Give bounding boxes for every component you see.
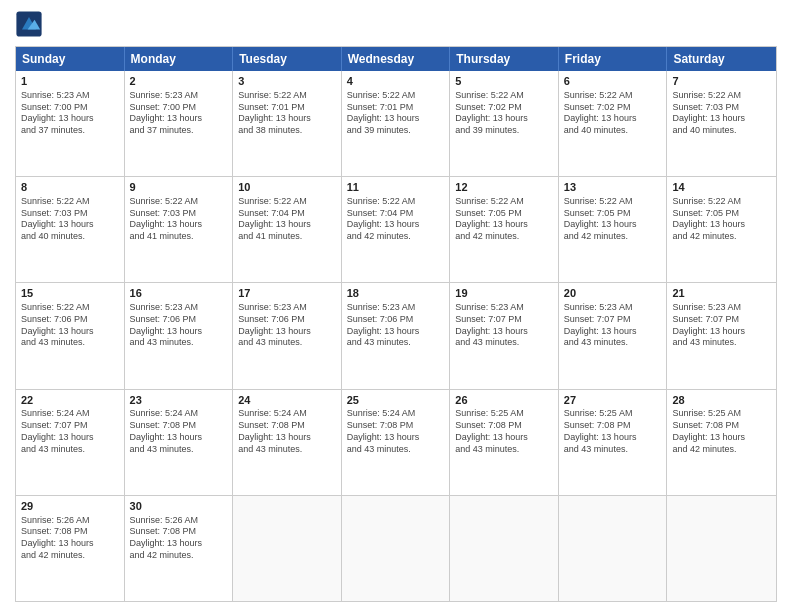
day-cell-21: 21Sunrise: 5:23 AM Sunset: 7:07 PM Dayli… — [667, 283, 776, 388]
day-number: 3 — [238, 74, 336, 89]
day-cell-28: 28Sunrise: 5:25 AM Sunset: 7:08 PM Dayli… — [667, 390, 776, 495]
day-content: Sunrise: 5:22 AM Sunset: 7:05 PM Dayligh… — [672, 196, 771, 243]
day-number: 5 — [455, 74, 553, 89]
calendar-week-4: 22Sunrise: 5:24 AM Sunset: 7:07 PM Dayli… — [16, 390, 776, 496]
day-content: Sunrise: 5:26 AM Sunset: 7:08 PM Dayligh… — [130, 515, 228, 562]
day-content: Sunrise: 5:25 AM Sunset: 7:08 PM Dayligh… — [672, 408, 771, 455]
day-content: Sunrise: 5:22 AM Sunset: 7:05 PM Dayligh… — [455, 196, 553, 243]
day-content: Sunrise: 5:22 AM Sunset: 7:01 PM Dayligh… — [238, 90, 336, 137]
day-number: 23 — [130, 393, 228, 408]
day-number: 14 — [672, 180, 771, 195]
day-number: 25 — [347, 393, 445, 408]
day-content: Sunrise: 5:22 AM Sunset: 7:04 PM Dayligh… — [347, 196, 445, 243]
day-header-wednesday: Wednesday — [342, 47, 451, 71]
day-content: Sunrise: 5:23 AM Sunset: 7:06 PM Dayligh… — [347, 302, 445, 349]
empty-cell — [233, 496, 342, 601]
day-content: Sunrise: 5:22 AM Sunset: 7:04 PM Dayligh… — [238, 196, 336, 243]
day-cell-3: 3Sunrise: 5:22 AM Sunset: 7:01 PM Daylig… — [233, 71, 342, 176]
empty-cell — [559, 496, 668, 601]
day-cell-15: 15Sunrise: 5:22 AM Sunset: 7:06 PM Dayli… — [16, 283, 125, 388]
calendar-header: SundayMondayTuesdayWednesdayThursdayFrid… — [16, 47, 776, 71]
calendar-week-5: 29Sunrise: 5:26 AM Sunset: 7:08 PM Dayli… — [16, 496, 776, 601]
day-content: Sunrise: 5:22 AM Sunset: 7:06 PM Dayligh… — [21, 302, 119, 349]
day-cell-2: 2Sunrise: 5:23 AM Sunset: 7:00 PM Daylig… — [125, 71, 234, 176]
day-number: 13 — [564, 180, 662, 195]
day-content: Sunrise: 5:24 AM Sunset: 7:08 PM Dayligh… — [130, 408, 228, 455]
day-number: 12 — [455, 180, 553, 195]
day-number: 29 — [21, 499, 119, 514]
calendar-body: 1Sunrise: 5:23 AM Sunset: 7:00 PM Daylig… — [16, 71, 776, 601]
day-content: Sunrise: 5:22 AM Sunset: 7:02 PM Dayligh… — [455, 90, 553, 137]
calendar-week-1: 1Sunrise: 5:23 AM Sunset: 7:00 PM Daylig… — [16, 71, 776, 177]
day-cell-24: 24Sunrise: 5:24 AM Sunset: 7:08 PM Dayli… — [233, 390, 342, 495]
day-header-monday: Monday — [125, 47, 234, 71]
day-content: Sunrise: 5:22 AM Sunset: 7:05 PM Dayligh… — [564, 196, 662, 243]
day-content: Sunrise: 5:22 AM Sunset: 7:01 PM Dayligh… — [347, 90, 445, 137]
day-cell-23: 23Sunrise: 5:24 AM Sunset: 7:08 PM Dayli… — [125, 390, 234, 495]
calendar-week-3: 15Sunrise: 5:22 AM Sunset: 7:06 PM Dayli… — [16, 283, 776, 389]
day-number: 15 — [21, 286, 119, 301]
day-cell-14: 14Sunrise: 5:22 AM Sunset: 7:05 PM Dayli… — [667, 177, 776, 282]
day-number: 21 — [672, 286, 771, 301]
day-content: Sunrise: 5:24 AM Sunset: 7:08 PM Dayligh… — [238, 408, 336, 455]
day-number: 22 — [21, 393, 119, 408]
day-content: Sunrise: 5:23 AM Sunset: 7:00 PM Dayligh… — [21, 90, 119, 137]
day-cell-26: 26Sunrise: 5:25 AM Sunset: 7:08 PM Dayli… — [450, 390, 559, 495]
day-content: Sunrise: 5:22 AM Sunset: 7:03 PM Dayligh… — [672, 90, 771, 137]
day-cell-10: 10Sunrise: 5:22 AM Sunset: 7:04 PM Dayli… — [233, 177, 342, 282]
day-number: 19 — [455, 286, 553, 301]
day-content: Sunrise: 5:23 AM Sunset: 7:07 PM Dayligh… — [455, 302, 553, 349]
day-header-sunday: Sunday — [16, 47, 125, 71]
day-cell-6: 6Sunrise: 5:22 AM Sunset: 7:02 PM Daylig… — [559, 71, 668, 176]
day-cell-27: 27Sunrise: 5:25 AM Sunset: 7:08 PM Dayli… — [559, 390, 668, 495]
day-number: 7 — [672, 74, 771, 89]
day-content: Sunrise: 5:23 AM Sunset: 7:07 PM Dayligh… — [564, 302, 662, 349]
day-number: 9 — [130, 180, 228, 195]
day-number: 27 — [564, 393, 662, 408]
day-cell-16: 16Sunrise: 5:23 AM Sunset: 7:06 PM Dayli… — [125, 283, 234, 388]
day-number: 11 — [347, 180, 445, 195]
day-number: 26 — [455, 393, 553, 408]
day-content: Sunrise: 5:22 AM Sunset: 7:02 PM Dayligh… — [564, 90, 662, 137]
day-cell-29: 29Sunrise: 5:26 AM Sunset: 7:08 PM Dayli… — [16, 496, 125, 601]
day-number: 6 — [564, 74, 662, 89]
day-cell-7: 7Sunrise: 5:22 AM Sunset: 7:03 PM Daylig… — [667, 71, 776, 176]
day-content: Sunrise: 5:23 AM Sunset: 7:00 PM Dayligh… — [130, 90, 228, 137]
day-cell-9: 9Sunrise: 5:22 AM Sunset: 7:03 PM Daylig… — [125, 177, 234, 282]
day-header-saturday: Saturday — [667, 47, 776, 71]
day-cell-19: 19Sunrise: 5:23 AM Sunset: 7:07 PM Dayli… — [450, 283, 559, 388]
day-number: 24 — [238, 393, 336, 408]
day-number: 10 — [238, 180, 336, 195]
day-cell-18: 18Sunrise: 5:23 AM Sunset: 7:06 PM Dayli… — [342, 283, 451, 388]
day-number: 28 — [672, 393, 771, 408]
day-number: 18 — [347, 286, 445, 301]
day-content: Sunrise: 5:24 AM Sunset: 7:07 PM Dayligh… — [21, 408, 119, 455]
day-content: Sunrise: 5:26 AM Sunset: 7:08 PM Dayligh… — [21, 515, 119, 562]
day-content: Sunrise: 5:25 AM Sunset: 7:08 PM Dayligh… — [455, 408, 553, 455]
day-cell-1: 1Sunrise: 5:23 AM Sunset: 7:00 PM Daylig… — [16, 71, 125, 176]
calendar: SundayMondayTuesdayWednesdayThursdayFrid… — [15, 46, 777, 602]
logo — [15, 10, 47, 38]
calendar-week-2: 8Sunrise: 5:22 AM Sunset: 7:03 PM Daylig… — [16, 177, 776, 283]
logo-icon — [15, 10, 43, 38]
day-number: 16 — [130, 286, 228, 301]
day-header-tuesday: Tuesday — [233, 47, 342, 71]
day-number: 17 — [238, 286, 336, 301]
day-number: 8 — [21, 180, 119, 195]
empty-cell — [450, 496, 559, 601]
page: SundayMondayTuesdayWednesdayThursdayFrid… — [0, 0, 792, 612]
day-content: Sunrise: 5:23 AM Sunset: 7:06 PM Dayligh… — [130, 302, 228, 349]
day-number: 1 — [21, 74, 119, 89]
day-header-friday: Friday — [559, 47, 668, 71]
empty-cell — [342, 496, 451, 601]
day-content: Sunrise: 5:24 AM Sunset: 7:08 PM Dayligh… — [347, 408, 445, 455]
day-cell-17: 17Sunrise: 5:23 AM Sunset: 7:06 PM Dayli… — [233, 283, 342, 388]
day-number: 30 — [130, 499, 228, 514]
day-content: Sunrise: 5:23 AM Sunset: 7:07 PM Dayligh… — [672, 302, 771, 349]
day-cell-4: 4Sunrise: 5:22 AM Sunset: 7:01 PM Daylig… — [342, 71, 451, 176]
day-cell-5: 5Sunrise: 5:22 AM Sunset: 7:02 PM Daylig… — [450, 71, 559, 176]
day-content: Sunrise: 5:22 AM Sunset: 7:03 PM Dayligh… — [130, 196, 228, 243]
day-cell-11: 11Sunrise: 5:22 AM Sunset: 7:04 PM Dayli… — [342, 177, 451, 282]
day-cell-22: 22Sunrise: 5:24 AM Sunset: 7:07 PM Dayli… — [16, 390, 125, 495]
day-header-thursday: Thursday — [450, 47, 559, 71]
